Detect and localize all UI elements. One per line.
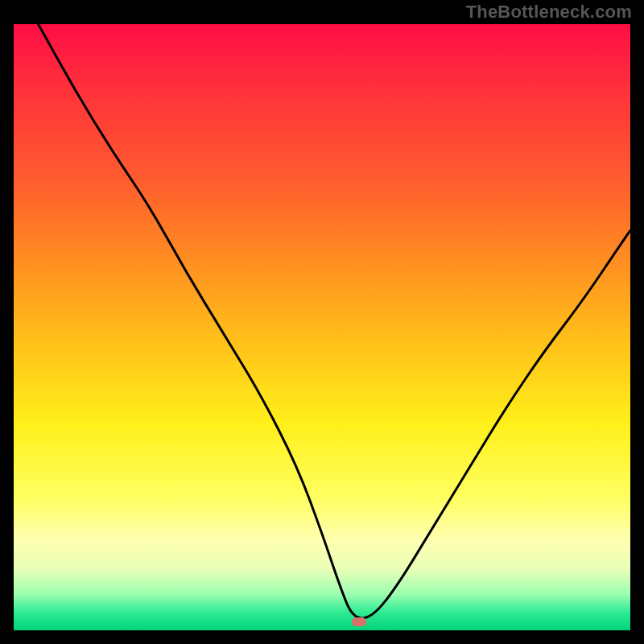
chart-frame: TheBottleneck.com [0,0,644,644]
bottleneck-curve [14,24,630,630]
watermark-text: TheBottleneck.com [466,2,632,23]
plot-area [14,24,630,630]
